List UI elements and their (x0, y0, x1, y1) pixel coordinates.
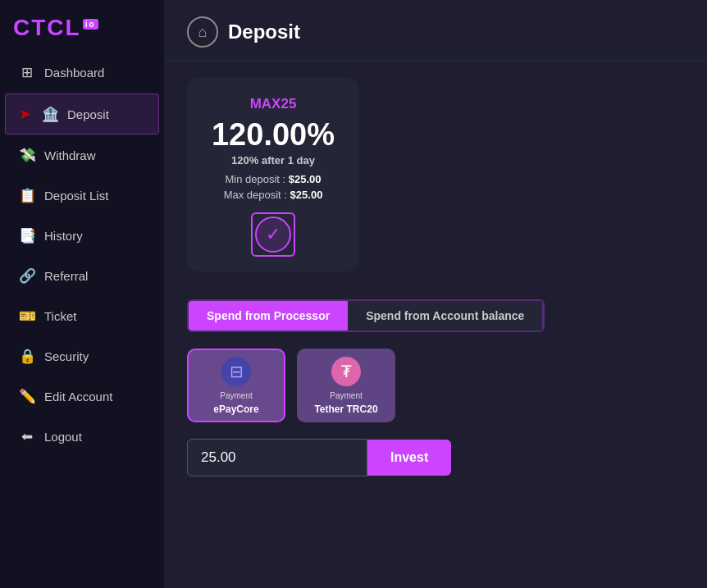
deposit-icon: 🏦 (41, 106, 59, 123)
sidebar-item-label: History (44, 229, 83, 243)
epaycore-label: Payment (220, 391, 252, 400)
sidebar-item-label: Withdraw (44, 148, 96, 162)
plan-name: MAX25 (210, 96, 336, 112)
sidebar-item-withdraw[interactable]: 💸 Withdraw (5, 136, 159, 175)
epaycore-icon: ⊟ (221, 357, 251, 386)
spend-processor-tab[interactable]: Spend from Processor (189, 301, 348, 330)
invest-amount-input[interactable] (187, 439, 367, 476)
spend-account-tab[interactable]: Spend from Account balance (348, 301, 543, 330)
check-circle-container: ✓ (210, 212, 336, 257)
sidebar-item-edit-account[interactable]: ✏️ Edit Account (5, 377, 159, 416)
logo-text: CTCLio (13, 15, 98, 41)
main-content: ⌂ Deposit MAX25 120.00% 120% after 1 day… (164, 0, 707, 588)
home-icon: ⌂ (198, 24, 208, 41)
sidebar-item-label: Edit Account (44, 390, 112, 403)
payment-methods: ⊟ Payment ePayCore ₮ Payment Tether TRC2… (187, 349, 684, 422)
tether-name: Tether TRC20 (314, 403, 377, 415)
sidebar-item-deposit-list[interactable]: 📋 Deposit List (5, 176, 159, 215)
page-title: Deposit (228, 21, 300, 43)
referral-icon: 🔗 (18, 267, 36, 285)
deposit-list-icon: 📋 (18, 187, 36, 204)
check-circle-border: ✓ (251, 212, 295, 257)
sidebar-item-label: Referral (44, 269, 88, 283)
sidebar-item-label: Security (44, 349, 89, 363)
sidebar-item-history[interactable]: 📑 History (5, 217, 159, 255)
deposit-arrow-icon: ➤ (19, 105, 31, 123)
dashboard-icon: ⊞ (18, 64, 36, 81)
sidebar-item-label: Deposit (67, 107, 109, 121)
max-deposit: Max deposit : $25.00 (210, 189, 336, 201)
sidebar: CTCLio ⊞ Dashboard ➤ 🏦 Deposit 💸 Withdra… (0, 0, 164, 588)
check-icon: ✓ (266, 224, 281, 245)
edit-account-icon: ✏️ (18, 388, 36, 405)
page-body: MAX25 120.00% 120% after 1 day Min depos… (164, 62, 707, 493)
home-button[interactable]: ⌂ (187, 16, 218, 48)
page-header: ⌂ Deposit (164, 0, 707, 62)
withdraw-icon: 💸 (18, 147, 36, 164)
payment-tether[interactable]: ₮ Payment Tether TRC20 (297, 349, 395, 422)
sidebar-item-label: Logout (44, 430, 82, 444)
security-icon: 🔒 (18, 348, 36, 365)
tether-label: Payment (330, 391, 362, 400)
sidebar-item-label: Ticket (44, 309, 76, 323)
logout-icon: ⬅ (18, 428, 36, 445)
spend-tabs-container: Spend from Processor Spend from Account … (187, 299, 684, 332)
sidebar-item-dashboard[interactable]: ⊞ Dashboard (5, 53, 159, 92)
payment-epaycore[interactable]: ⊟ Payment ePayCore (187, 349, 285, 422)
plan-card: MAX25 120.00% 120% after 1 day Min depos… (187, 78, 359, 271)
spend-tabs: Spend from Processor Spend from Account … (187, 299, 545, 332)
sidebar-item-security[interactable]: 🔒 Security (5, 337, 159, 376)
plan-select-button[interactable]: ✓ (255, 217, 291, 253)
logo: CTCLio (0, 0, 164, 52)
plan-description: 120% after 1 day (210, 154, 336, 166)
min-deposit: Min deposit : $25.00 (210, 173, 336, 185)
history-icon: 📑 (18, 227, 36, 244)
sidebar-item-label: Deposit List (44, 189, 108, 203)
sidebar-item-logout[interactable]: ⬅ Logout (5, 417, 159, 456)
invest-row: Invest (187, 439, 684, 476)
sidebar-item-label: Dashboard (44, 66, 104, 80)
plan-percent: 120.00% (210, 117, 336, 153)
ticket-icon: 🎫 (18, 308, 36, 325)
tether-icon: ₮ (331, 357, 361, 386)
epaycore-name: ePayCore (213, 403, 258, 415)
sidebar-item-referral[interactable]: 🔗 Referral (5, 257, 159, 295)
sidebar-item-deposit[interactable]: ➤ 🏦 Deposit (5, 93, 159, 134)
invest-button[interactable]: Invest (367, 440, 451, 476)
sidebar-item-ticket[interactable]: 🎫 Ticket (5, 297, 159, 335)
